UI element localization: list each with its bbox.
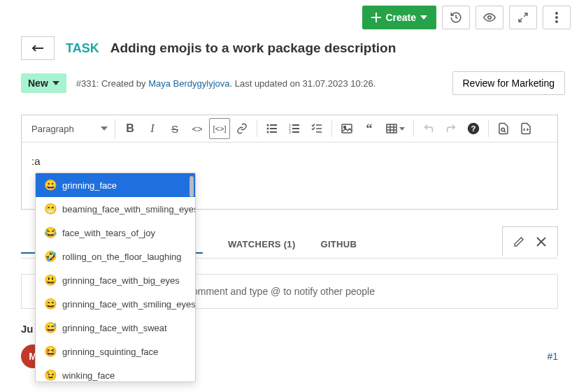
emoji-name: grinning_face_with_smiling_eyes xyxy=(62,299,196,310)
emoji-option[interactable]: 😄grinning_face_with_smiling_eyes xyxy=(36,292,195,316)
svg-line-2 xyxy=(519,18,522,22)
numbered-list-icon: 123 xyxy=(289,123,300,134)
emoji-option[interactable]: 😃grinning_face_with_big_eyes xyxy=(36,268,195,292)
create-button[interactable]: Create xyxy=(362,6,436,29)
scrollbar-thumb[interactable] xyxy=(190,176,194,197)
svg-line-1 xyxy=(524,13,527,17)
activity-link[interactable]: #1 xyxy=(547,351,558,362)
numbered-list-button[interactable]: 123 xyxy=(284,118,305,139)
close-icon xyxy=(536,237,546,247)
watch-button[interactable] xyxy=(476,6,503,29)
expand-icon xyxy=(517,12,529,23)
link-icon xyxy=(236,123,248,134)
svg-point-4 xyxy=(555,16,558,19)
emoji-glyph: 😆 xyxy=(44,345,57,358)
emoji-glyph: 😁 xyxy=(44,203,57,215)
redo-icon xyxy=(445,123,457,134)
help-icon: ? xyxy=(467,122,480,135)
undo-icon xyxy=(423,123,434,134)
italic-button[interactable]: I xyxy=(142,118,163,139)
emoji-glyph: 😃 xyxy=(44,274,57,286)
chevron-down-icon xyxy=(399,127,405,131)
more-menu-button[interactable] xyxy=(543,6,571,29)
snippet-button[interactable] xyxy=(515,118,536,139)
svg-point-9 xyxy=(267,128,269,130)
chevron-down-icon xyxy=(101,126,108,131)
image-button[interactable] xyxy=(336,118,357,139)
bold-button[interactable]: B xyxy=(120,118,141,139)
preview-button[interactable] xyxy=(493,118,514,139)
meta-updated: . Last updated on 31.07.2023 10:26. xyxy=(229,78,376,89)
task-list-icon xyxy=(311,123,322,134)
emoji-option[interactable]: 😅grinning_face_with_sweat xyxy=(36,316,195,340)
file-preview-icon xyxy=(497,122,510,135)
meta-text: #331: Created by Maya Berdygylyjova. Las… xyxy=(76,78,376,89)
emoji-glyph: 🤣 xyxy=(44,250,57,263)
emoji-option[interactable]: 🤣rolling_on_the_floor_laughing xyxy=(36,245,195,268)
strike-button[interactable]: S xyxy=(164,118,185,139)
meta-prefix: #331: Created by xyxy=(76,78,148,89)
fullscreen-button[interactable] xyxy=(509,6,537,29)
macro-button[interactable]: [<>] xyxy=(209,118,230,139)
svg-text:3: 3 xyxy=(289,130,291,134)
emoji-option[interactable]: 😉winking_face xyxy=(36,363,195,382)
svg-point-11 xyxy=(267,131,269,133)
kebab-icon xyxy=(555,12,558,23)
svg-point-5 xyxy=(555,20,558,23)
tab-github[interactable]: GITHUB xyxy=(321,231,357,258)
tab-watchers[interactable]: WATCHERS (1) xyxy=(228,231,296,258)
link-button[interactable] xyxy=(231,118,252,139)
editor-toolbar: Paragraph B I S <> [<>] 123 “ xyxy=(22,115,557,143)
emoji-name: grinning_face xyxy=(62,180,117,191)
scrollbar[interactable] xyxy=(190,176,194,379)
redo-button[interactable] xyxy=(441,118,462,139)
task-list-button[interactable] xyxy=(306,118,327,139)
help-button[interactable]: ? xyxy=(463,118,484,139)
back-button[interactable] xyxy=(21,36,55,60)
emoji-option[interactable]: 😀grinning_face xyxy=(36,173,195,197)
emoji-glyph: 😉 xyxy=(44,369,57,382)
emoji-glyph: 😂 xyxy=(44,226,57,239)
pencil-icon xyxy=(513,236,524,247)
comment-placeholder: omment and type @ to notify other people xyxy=(192,286,375,297)
emoji-option[interactable]: 😂face_with_tears_of_joy xyxy=(36,221,195,245)
status-badge[interactable]: New xyxy=(21,73,66,93)
emoji-name: rolling_on_the_floor_laughing xyxy=(62,252,182,262)
bullet-list-button[interactable] xyxy=(262,118,283,139)
code-button[interactable]: <> xyxy=(187,118,208,139)
emoji-glyph: 😅 xyxy=(44,321,57,334)
svg-text:?: ? xyxy=(471,124,476,133)
undo-button[interactable] xyxy=(418,118,439,139)
block-style-select[interactable]: Paragraph xyxy=(24,119,115,138)
svg-line-32 xyxy=(504,131,506,132)
table-button[interactable] xyxy=(381,118,409,139)
emoji-name: face_with_tears_of_joy xyxy=(62,228,155,238)
page-title[interactable]: Adding emojis to a work package descript… xyxy=(110,41,396,56)
emoji-name: grinning_face_with_big_eyes xyxy=(62,275,180,286)
emoji-name: beaming_face_with_smiling_eyes xyxy=(62,204,196,215)
tab-edit-button[interactable] xyxy=(508,231,529,252)
emoji-option[interactable]: 😆grinning_squinting_face xyxy=(36,340,195,363)
tab-close-button[interactable] xyxy=(531,231,552,252)
emoji-option[interactable]: 😁beaming_face_with_smiling_eyes xyxy=(36,197,195,221)
author-link[interactable]: Maya Berdygylyjova xyxy=(148,78,229,89)
svg-rect-24 xyxy=(387,124,396,133)
image-icon xyxy=(341,123,352,134)
activity-button[interactable] xyxy=(442,6,470,29)
create-label: Create xyxy=(385,12,416,23)
emoji-name: winking_face xyxy=(62,370,115,381)
history-icon xyxy=(450,11,462,24)
emoji-name: grinning_face_with_sweat xyxy=(62,323,167,333)
custom-action-button[interactable]: Review for Marketing xyxy=(452,71,566,95)
eye-icon xyxy=(483,11,496,24)
file-code-icon xyxy=(520,122,532,135)
table-icon xyxy=(386,123,397,134)
back-arrow-icon xyxy=(31,44,44,52)
emoji-glyph: 😄 xyxy=(44,298,57,310)
emoji-glyph: 😀 xyxy=(44,179,57,191)
svg-rect-10 xyxy=(270,128,277,129)
quote-button[interactable]: “ xyxy=(359,118,380,139)
svg-rect-18 xyxy=(292,131,299,133)
editor-content: :a xyxy=(31,155,41,167)
chevron-down-icon xyxy=(420,15,427,20)
